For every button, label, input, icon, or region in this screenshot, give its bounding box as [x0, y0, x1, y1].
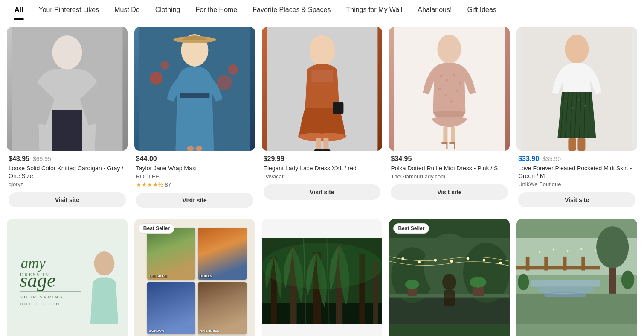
svg-point-48: [578, 99, 580, 101]
product-card-lace-dress: $29.99 Elegant Lady Lace Dress XXL / red…: [262, 27, 383, 212]
svg-point-105: [567, 250, 569, 252]
svg-point-102: [621, 271, 634, 289]
svg-text:sage: sage: [20, 269, 55, 291]
svg-rect-10: [180, 93, 209, 98]
product-card-sage: amy DRESS IN sage SHOP SPRING COLLECTION: [7, 219, 128, 336]
product-title-wrap-maxi: Taylor Jane Wrap Maxi: [136, 164, 253, 172]
svg-point-47: [571, 107, 574, 109]
svg-rect-98: [531, 280, 600, 286]
svg-point-86: [442, 274, 456, 290]
stars-wrap-maxi: ★★★★½: [136, 181, 163, 188]
visit-btn-lace-dress[interactable]: Visit site: [264, 184, 381, 200]
product-image-polka-midi: [389, 27, 510, 151]
rating-row-wrap-maxi: ★★★★½ 87: [136, 181, 253, 188]
nav-item-must-do[interactable]: Must Do: [107, 0, 148, 20]
price-row-pleated-skirt: $33.90 $35.90: [518, 155, 635, 163]
nav-item-all[interactable]: All: [7, 0, 31, 20]
svg-point-26: [459, 81, 461, 84]
svg-rect-97: [581, 257, 585, 271]
svg-rect-2: [52, 110, 82, 151]
product-image-garden: [516, 219, 637, 336]
product-card-cardigan: $48.95 $69.95 Loose Solid Color Knitted …: [7, 27, 128, 212]
product-brand-wrap-maxi: ROOLEE: [136, 173, 253, 180]
product-image-wrap-maxi: [134, 27, 255, 151]
product-card-forest: [262, 219, 383, 336]
visit-btn-polka-midi[interactable]: Visit site: [391, 184, 508, 200]
product-card-garden: [516, 219, 637, 336]
nav-bar: All Your Pinterest Likes Must Do Clothin…: [0, 0, 644, 20]
product-grid-row2: amy DRESS IN sage SHOP SPRING COLLECTION…: [0, 219, 644, 336]
svg-point-85: [470, 277, 487, 288]
svg-point-107: [595, 250, 596, 251]
product-card-wrap-maxi: $44.00 Taylor Jane Wrap Maxi ROOLEE ★★★★…: [134, 27, 255, 212]
price-wrap-maxi: $44.00: [136, 155, 157, 163]
svg-point-4: [150, 72, 162, 85]
svg-rect-35: [447, 144, 448, 149]
product-card-pleated-skirt: $33.90 $35.90 Love Forever Pleated Pocke…: [516, 27, 637, 212]
product-card-porch: Best Seller: [389, 219, 510, 336]
product-info-pleated-skirt: $33.90 $35.90 Love Forever Pleated Pocke…: [516, 151, 637, 212]
svg-point-83: [405, 280, 419, 289]
price-polka-midi: $34.95: [391, 155, 412, 163]
svg-point-46: [565, 101, 567, 103]
svg-point-74: [402, 257, 405, 260]
product-image-porch: Best Seller: [389, 219, 510, 336]
product-card-polka-midi: $34.95 Polka Dotted Ruffle Midi Dress - …: [389, 27, 510, 212]
svg-point-92: [596, 226, 629, 268]
product-brand-lace-dress: Pavacat: [264, 173, 381, 180]
product-info-lace-dress: $29.99 Elegant Lady Lace Dress XXL / red…: [262, 151, 383, 204]
nav-item-things-for-wall[interactable]: Things for My Wall: [338, 0, 410, 20]
svg-point-103: [539, 251, 540, 253]
svg-rect-31: [444, 127, 448, 144]
nav-item-gift-ideas[interactable]: Gift Ideas: [459, 0, 504, 20]
svg-rect-51: [578, 138, 586, 151]
svg-point-25: [453, 73, 455, 76]
nav-item-ahalarious[interactable]: Ahalarious!: [410, 0, 459, 20]
svg-rect-96: [563, 257, 567, 271]
svg-rect-87: [444, 290, 455, 306]
price-cardigan: $48.95: [9, 155, 29, 163]
svg-point-24: [446, 79, 449, 82]
price-original-pleated-skirt: $35.90: [542, 155, 561, 162]
visit-btn-pleated-skirt[interactable]: Visit site: [518, 192, 635, 207]
svg-point-28: [456, 90, 458, 92]
svg-rect-89: [516, 294, 637, 324]
badge-best-seller-porch: Best Seller: [393, 223, 429, 234]
svg-text:COLLECTION: COLLECTION: [20, 301, 60, 306]
svg-point-7: [217, 75, 232, 90]
svg-point-30: [450, 100, 453, 103]
product-brand-polka-midi: TheGlamourLady.com: [391, 173, 508, 180]
svg-rect-36: [454, 144, 455, 149]
svg-rect-99: [537, 287, 593, 292]
price-row-polka-midi: $34.95: [391, 155, 508, 163]
svg-point-29: [445, 94, 447, 96]
product-image-lace-dress: [262, 27, 383, 151]
svg-rect-50: [569, 138, 576, 151]
badge-best-seller-art: Best Seller: [139, 223, 174, 234]
nav-item-pinterest-likes[interactable]: Your Pinterest Likes: [31, 0, 107, 20]
svg-point-49: [584, 105, 586, 107]
product-info-polka-midi: $34.95 Polka Dotted Ruffle Midi Dress - …: [389, 151, 510, 204]
product-title-cardigan: Loose Solid Color Knitted Cardigan - Gra…: [9, 164, 126, 180]
price-sale-pleated-skirt: $33.90: [518, 155, 539, 163]
product-info-wrap-maxi: $44.00 Taylor Jane Wrap Maxi ROOLEE ★★★★…: [134, 151, 255, 212]
svg-rect-16: [333, 102, 343, 114]
product-image-sage: amy DRESS IN sage SHOP SPRING COLLECTION: [7, 219, 128, 336]
product-grid-row1: $48.95 $69.95 Loose Solid Color Knitted …: [0, 20, 644, 219]
svg-point-59: [94, 251, 114, 276]
visit-btn-cardigan[interactable]: Visit site: [9, 192, 126, 207]
svg-point-22: [438, 35, 461, 64]
svg-point-77: [450, 260, 453, 263]
product-image-forest: [262, 219, 383, 336]
nav-item-clothing[interactable]: Clothing: [148, 0, 188, 20]
nav-item-favorite-places[interactable]: Favorite Places & Spaces: [245, 0, 338, 20]
svg-point-5: [160, 61, 169, 70]
nav-item-for-the-home[interactable]: For the Home: [188, 0, 245, 20]
price-row-cardigan: $48.95 $69.95: [9, 155, 126, 163]
visit-btn-wrap-maxi[interactable]: Visit site: [136, 193, 253, 208]
svg-point-1: [52, 35, 82, 70]
product-image-cardigan: [7, 27, 128, 151]
product-image-pleated-skirt: [516, 27, 637, 151]
svg-point-14: [309, 35, 335, 66]
svg-rect-15: [311, 70, 333, 82]
